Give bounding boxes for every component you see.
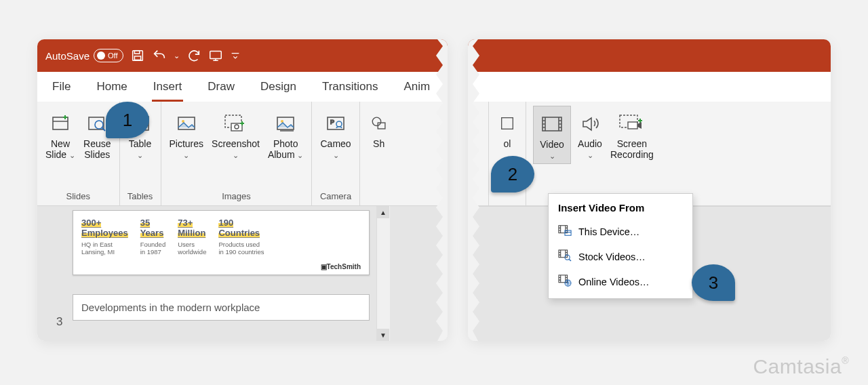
svg-rect-28: [559, 250, 568, 258]
group-media: Video⌄ Audio⌄ Screen Recording: [526, 102, 662, 205]
annotation-balloon-2: 2: [491, 156, 534, 192]
table-label: Table⌄: [129, 138, 151, 160]
slide-panel-area: 300+ Employees HQ in East Lansing, MI 35…: [37, 206, 448, 341]
qat-customize-icon[interactable]: [230, 50, 241, 61]
shapes-button-partial[interactable]: Sh: [367, 106, 391, 152]
photo-album-button[interactable]: Photo Album ⌄: [267, 106, 305, 163]
audio-label: Audio⌄: [578, 138, 602, 160]
tab-file[interactable]: File: [48, 72, 75, 102]
camtasia-watermark: Camtasia®: [753, 355, 849, 378]
autosave-switch[interactable]: Off: [94, 49, 123, 62]
redo-icon[interactable]: [186, 48, 201, 63]
photo-album-label: Photo Album ⌄: [268, 138, 304, 160]
group-slides-label: Slides: [66, 190, 90, 204]
group-camera: P Cameo⌄ Camera: [312, 102, 359, 205]
svg-point-17: [336, 121, 342, 127]
menu-stock-videos-label: Stock Videos…: [578, 251, 646, 262]
brand-label: ▣TechSmith: [81, 263, 361, 270]
svg-text:P: P: [330, 119, 334, 125]
video-button[interactable]: Video⌄: [533, 106, 571, 164]
svg-rect-3: [210, 52, 222, 59]
group-images: Pictures⌄ Screenshot⌄ Photo Album ⌄ Imag…: [161, 102, 313, 205]
tab-animations-partial[interactable]: Anim: [399, 72, 434, 102]
svg-point-18: [372, 117, 380, 125]
svg-rect-1: [134, 51, 139, 54]
title-bar: AutoSave Off ⌄: [37, 39, 448, 72]
screen-recording-button[interactable]: Screen Recording: [609, 106, 655, 163]
switch-dot-icon: [97, 52, 105, 60]
slide-thumbnail-column: 300+ Employees HQ in East Lansing, MI 35…: [37, 206, 376, 341]
menu-stock-videos[interactable]: Stock Videos…: [549, 244, 692, 269]
slide-3-title: Developments in the modern workplace: [81, 302, 260, 313]
annotation-2-number: 2: [508, 164, 517, 185]
screen-recording-icon: [617, 108, 647, 138]
tab-draw[interactable]: Draw: [203, 72, 239, 102]
reuse-slides-label: Reuse Slides: [83, 138, 111, 160]
audio-button[interactable]: Audio⌄: [576, 106, 604, 163]
ribbon-tabs-right: [468, 72, 831, 102]
svg-rect-13: [277, 117, 294, 129]
autosave-toggle[interactable]: AutoSave Off: [45, 49, 123, 62]
video-icon: [539, 109, 565, 139]
group-partial-left: Sh: [360, 102, 398, 205]
photo-album-icon: [273, 108, 298, 138]
pictures-button[interactable]: Pictures⌄: [168, 106, 205, 163]
group-tables-label: Tables: [127, 190, 153, 204]
thumbnail-scrollbar[interactable]: ▲ ▼: [376, 206, 390, 341]
screenshot-icon: [222, 108, 249, 138]
ribbon-tabs: File Home Insert Draw Design Transitions…: [37, 72, 448, 102]
torn-edge-right: [432, 39, 448, 341]
stat-4: 190 Countries Products used in 190 count…: [218, 218, 264, 256]
symbol-icon: [497, 108, 517, 138]
screenshot-label: Screenshot⌄: [212, 138, 260, 160]
new-slide-label: New Slide ⌄: [45, 138, 75, 160]
stats-row: 300+ Employees HQ in East Lansing, MI 35…: [81, 218, 361, 256]
title-bar-right: [468, 39, 831, 72]
slide-number-3: 3: [56, 315, 62, 329]
new-slide-button[interactable]: New Slide ⌄: [44, 106, 77, 163]
video-dropdown-menu: Insert Video From This Device… Stock Vid…: [548, 193, 693, 299]
svg-rect-2: [134, 56, 140, 60]
tab-transitions[interactable]: Transitions: [318, 72, 382, 102]
menu-this-device[interactable]: This Device…: [549, 219, 692, 244]
stat-2: 35 Years Founded in 1987: [140, 218, 166, 256]
svg-rect-19: [378, 123, 385, 129]
tab-design[interactable]: Design: [256, 72, 300, 102]
torn-edge-left: [468, 39, 484, 341]
svg-rect-8: [178, 117, 195, 129]
undo-icon[interactable]: [152, 48, 167, 63]
cameo-button[interactable]: P Cameo⌄: [319, 106, 352, 163]
svg-rect-26: [559, 226, 568, 233]
film-globe-icon: [558, 275, 572, 289]
menu-this-device-label: This Device…: [578, 226, 639, 237]
slide-thumbnail-2[interactable]: 300+ Employees HQ in East Lansing, MI 35…: [73, 210, 370, 275]
autosave-state: Off: [108, 52, 117, 60]
cameo-label: Cameo⌄: [320, 138, 351, 160]
save-icon[interactable]: [130, 48, 145, 63]
tab-insert[interactable]: Insert: [149, 72, 186, 102]
powerpoint-window-left: AutoSave Off ⌄ File Home Insert Draw Des…: [37, 39, 448, 341]
slide-thumbnail-3[interactable]: Developments in the modern workplace: [73, 294, 370, 321]
undo-dropdown-icon[interactable]: ⌄: [174, 52, 180, 60]
stat-3: 73+ Million Users worldwide: [178, 218, 206, 256]
shapes-label-partial: Sh: [373, 138, 384, 149]
scroll-up-icon[interactable]: ▲: [377, 206, 389, 218]
screen-recording-label: Screen Recording: [610, 138, 654, 160]
present-icon[interactable]: [208, 48, 223, 63]
film-search-icon: [558, 249, 572, 264]
scroll-down-icon[interactable]: ▼: [377, 329, 389, 341]
annotation-balloon-3: 3: [692, 264, 735, 301]
screenshot-button[interactable]: Screenshot⌄: [210, 106, 261, 163]
symbol-label-partial: ol: [504, 138, 511, 149]
symbol-button-partial[interactable]: ol: [496, 106, 519, 152]
new-slide-icon: [48, 108, 73, 138]
video-label: Video⌄: [540, 139, 564, 161]
svg-rect-21: [502, 118, 513, 129]
audio-icon: [578, 108, 602, 138]
ribbon-left: New Slide ⌄ Reuse Slides Slides Table⌄: [37, 102, 448, 206]
menu-online-videos[interactable]: Online Videos…: [549, 269, 692, 294]
cameo-icon: P: [323, 108, 348, 138]
tab-home[interactable]: Home: [92, 72, 131, 102]
menu-online-videos-label: Online Videos…: [578, 277, 650, 287]
autosave-label: AutoSave: [45, 50, 90, 62]
